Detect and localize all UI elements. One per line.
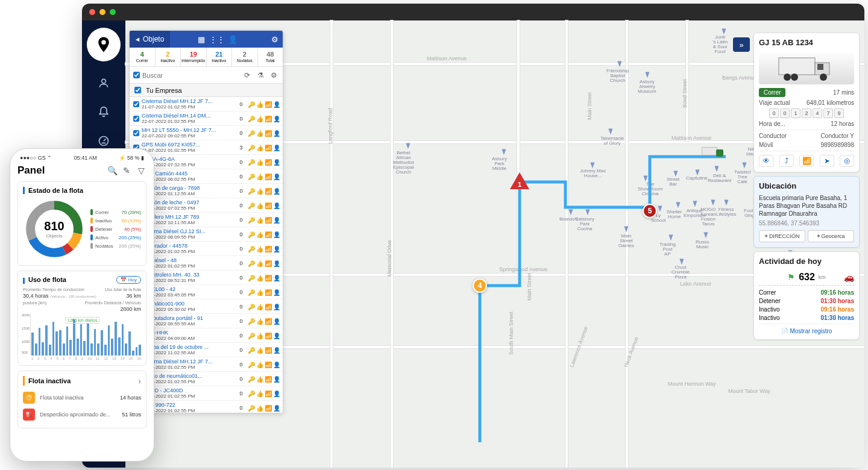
bar: [111, 339, 113, 356]
object-badge: 0: [237, 347, 245, 353]
today-pill[interactable]: 📅 Hoy: [116, 276, 141, 284]
status-cell-nodatos[interactable]: 2Nodatos: [232, 48, 258, 66]
map-marker-4[interactable]: 4: [473, 278, 487, 293]
bar: [132, 351, 134, 356]
run-time: 17 mins: [833, 89, 854, 96]
target-icon[interactable]: ◎: [840, 155, 854, 167]
object-badge: 0: [237, 231, 245, 237]
object-time: 21-03-2022 03:45:05 PM: [142, 292, 234, 298]
metric-label: postura (km): [23, 301, 46, 305]
calendar-icon[interactable]: ▦: [193, 31, 209, 48]
search-input[interactable]: [142, 72, 239, 79]
object-checkbox[interactable]: [133, 101, 139, 107]
status-cell-correr[interactable]: 4Correr: [130, 48, 156, 66]
bar: [45, 325, 48, 356]
bell-icon[interactable]: [96, 105, 111, 119]
object-name: 4G-6A-4G-6A: [142, 156, 234, 162]
battery: ⚡ 58 % ▮: [119, 155, 144, 161]
status-cell-inactivo[interactable]: 2Inactivo: [156, 48, 181, 66]
dashboard-icon[interactable]: [96, 134, 111, 148]
key-icon: 🔑: [248, 217, 254, 223]
select-all-checkbox[interactable]: [133, 72, 140, 78]
key-icon: 🔑: [248, 405, 254, 411]
wifi-icon: 📶: [265, 231, 271, 237]
location-card: Ubicación Escuela primaria Pure Basaha, …: [753, 176, 860, 248]
window-maximize[interactable]: [110, 9, 116, 15]
window-minimize[interactable]: [99, 9, 105, 15]
thumb-icon: 👍: [256, 145, 262, 151]
edit-icon[interactable]: ✎: [121, 165, 132, 176]
bar: [35, 343, 37, 356]
geofence-button[interactable]: Geocerca: [808, 230, 854, 242]
thumb-icon: 👍: [256, 304, 262, 310]
window-close[interactable]: [89, 9, 95, 15]
object-row[interactable]: MH 12 LT 5550 - MH.12 JF 7...22-07-2022 …: [130, 126, 283, 140]
object-time: 21-07-2022 01:02:55 PM: [142, 148, 234, 153]
idle-fleet-section: Flota inactiva ⏱Flota total inactiva14 h…: [17, 371, 146, 428]
svg-point-6: [791, 74, 798, 81]
panel-collapse-button[interactable]: »: [733, 37, 750, 52]
filter-icon[interactable]: ⚗: [255, 70, 266, 81]
svg-point-5: [784, 74, 791, 81]
object-time: 21-07-2022 01:02:55 PM: [142, 393, 234, 399]
object-row[interactable]: GPS Mobi 6972 KI057...21-07-2022 01:02:5…: [130, 140, 283, 155]
tower-icon[interactable]: 📶: [799, 155, 814, 167]
wifi-icon: 📶: [265, 246, 271, 252]
eye-icon[interactable]: 👁: [759, 155, 773, 167]
settings-icon[interactable]: ⚙: [267, 31, 283, 48]
arrow-icon[interactable]: ➤: [820, 155, 834, 167]
search-bar: ⟳ ⚗ ⚙: [130, 67, 283, 84]
thumb-icon: 👍: [256, 246, 262, 252]
grid-icon[interactable]: ⋮⋮: [209, 31, 225, 48]
search-icon[interactable]: 🔍: [107, 165, 118, 176]
show-log-button[interactable]: Mostrar registro: [759, 324, 854, 334]
object-name: 9 - UI-HHK: [142, 330, 234, 336]
status-cell-interrumpido[interactable]: 19Interrumpido: [181, 48, 207, 66]
object-name: Prueba del 19 de octubre ...: [142, 344, 234, 350]
settings-icon[interactable]: ⚙: [268, 70, 279, 81]
key-icon: 🔑: [248, 318, 254, 324]
object-time: 27-04-2022 10:11:55 AM: [142, 220, 234, 225]
object-checkbox[interactable]: [133, 130, 139, 136]
object-name: gj KL 990-722: [142, 402, 234, 408]
object-badge: 0: [237, 188, 245, 194]
bar: [139, 345, 141, 356]
object-name: MG - Camión 4445: [142, 171, 234, 177]
profile-icon[interactable]: [96, 76, 111, 90]
map-marker-5[interactable]: 5: [643, 204, 657, 218]
object-row[interactable]: Cisterna Diésel MH.12 JF 7...21-07-2022 …: [130, 97, 283, 111]
status-summary: 4Correr2Inactivo19Interrumpido21Inactivo…: [130, 48, 283, 67]
logo[interactable]: [87, 28, 121, 61]
key-icon: 🔑: [248, 289, 254, 295]
vehicle-marker[interactable]: [702, 147, 723, 160]
status-cell-total[interactable]: 48Total: [258, 48, 283, 66]
object-name: MH 12 LT 5550 - MH.12 JF 7...: [142, 127, 234, 133]
object-checkbox[interactable]: [133, 116, 139, 122]
status-cell-inactivo[interactable]: 21Inactivo: [207, 48, 233, 66]
person-icon: 👤: [273, 289, 279, 295]
car-icon: 🚗: [844, 272, 854, 282]
mobile-preview: ●●●○○ GS ⌃ 05:41 AM ⚡ 58 % ▮ Panel 🔍 ✎ ▽…: [10, 148, 154, 462]
bar: [69, 340, 72, 356]
object-name: C400D - JC400D: [142, 387, 234, 393]
direction-button[interactable]: DIRECCIÓN: [759, 230, 805, 242]
map-marker-1[interactable]: 1: [512, 174, 527, 188]
thumb-icon: 👍: [256, 390, 262, 396]
svg-rect-2: [779, 58, 815, 75]
filter-icon[interactable]: ▽: [136, 165, 146, 176]
tab-object[interactable]: Objeto: [130, 31, 170, 48]
fleet-legend: Correr70 (28%)Inactivo80 (10%)Detener40 …: [90, 209, 141, 249]
object-row[interactable]: Cisterna Diésel MH.14 DM...22-07-2022 01…: [130, 111, 283, 126]
flag-icon: ⚑: [787, 272, 795, 282]
fleet-title: Estado de la flota: [23, 187, 141, 194]
company-row[interactable]: Tu Empresa: [130, 84, 283, 97]
wifi-icon: 📶: [265, 376, 271, 382]
object-time: 30-03-2022 09:52:31 PM: [142, 278, 234, 283]
idle-title[interactable]: Flota inactiva: [23, 376, 141, 386]
key-icon: 🔑: [248, 275, 254, 281]
company-checkbox[interactable]: [134, 87, 141, 93]
refresh-icon[interactable]: ⟳: [242, 70, 253, 81]
share-icon[interactable]: ⤴: [779, 155, 794, 167]
users-icon[interactable]: 👤: [225, 31, 241, 48]
key-icon: 🔑: [248, 231, 254, 237]
